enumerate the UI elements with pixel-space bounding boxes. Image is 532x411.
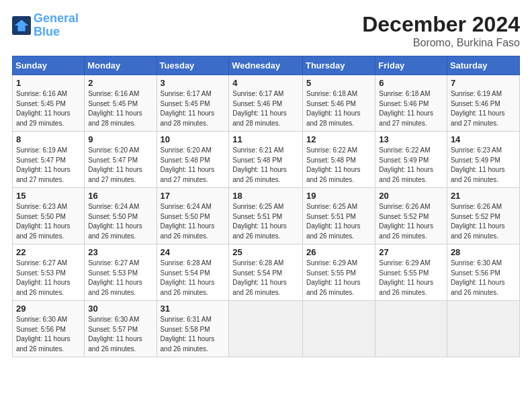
- table-row: 13Sunrise: 6:22 AM Sunset: 5:49 PM Dayli…: [375, 132, 447, 188]
- day-info: Sunrise: 6:19 AM Sunset: 5:47 PM Dayligh…: [16, 146, 81, 185]
- day-number: 2: [88, 78, 152, 88]
- day-info: Sunrise: 6:30 AM Sunset: 5:56 PM Dayligh…: [16, 315, 81, 354]
- day-number: 15: [16, 191, 81, 201]
- table-row: [302, 301, 375, 357]
- day-info: Sunrise: 6:26 AM Sunset: 5:52 PM Dayligh…: [379, 202, 443, 241]
- calendar-header-row: Sunday Monday Tuesday Wednesday Thursday…: [13, 56, 520, 75]
- week-row-3: 15Sunrise: 6:23 AM Sunset: 5:50 PM Dayli…: [13, 188, 520, 244]
- col-thursday: Thursday: [302, 56, 375, 75]
- day-info: Sunrise: 6:29 AM Sunset: 5:55 PM Dayligh…: [306, 259, 371, 298]
- day-info: Sunrise: 6:17 AM Sunset: 5:45 PM Dayligh…: [161, 89, 226, 128]
- day-info: Sunrise: 6:17 AM Sunset: 5:46 PM Dayligh…: [232, 89, 299, 128]
- day-info: Sunrise: 6:22 AM Sunset: 5:48 PM Dayligh…: [306, 146, 371, 185]
- table-row: [447, 301, 519, 357]
- table-row: 5Sunrise: 6:18 AM Sunset: 5:46 PM Daylig…: [302, 75, 375, 132]
- subtitle: Boromo, Burkina Faso: [362, 37, 520, 49]
- col-sunday: Sunday: [13, 56, 85, 75]
- day-number: 23: [88, 247, 152, 257]
- table-row: 30Sunrise: 6:30 AM Sunset: 5:57 PM Dayli…: [85, 301, 157, 357]
- day-info: Sunrise: 6:25 AM Sunset: 5:51 PM Dayligh…: [232, 202, 299, 241]
- table-row: 28Sunrise: 6:30 AM Sunset: 5:56 PM Dayli…: [447, 244, 519, 301]
- table-row: 17Sunrise: 6:24 AM Sunset: 5:50 PM Dayli…: [157, 188, 229, 244]
- table-row: 15Sunrise: 6:23 AM Sunset: 5:50 PM Dayli…: [13, 188, 85, 244]
- day-number: 19: [306, 191, 371, 201]
- day-number: 6: [379, 78, 443, 88]
- day-info: Sunrise: 6:16 AM Sunset: 5:45 PM Dayligh…: [88, 89, 152, 128]
- day-number: 3: [161, 78, 226, 88]
- day-number: 9: [88, 134, 152, 144]
- week-row-1: 1Sunrise: 6:16 AM Sunset: 5:45 PM Daylig…: [13, 75, 520, 132]
- table-row: 14Sunrise: 6:23 AM Sunset: 5:49 PM Dayli…: [447, 132, 519, 188]
- table-row: 10Sunrise: 6:20 AM Sunset: 5:48 PM Dayli…: [157, 132, 229, 188]
- table-row: 20Sunrise: 6:26 AM Sunset: 5:52 PM Dayli…: [375, 188, 447, 244]
- table-row: 27Sunrise: 6:29 AM Sunset: 5:55 PM Dayli…: [375, 244, 447, 301]
- day-number: 21: [451, 191, 516, 201]
- logo-text: General Blue: [34, 12, 79, 39]
- day-info: Sunrise: 6:23 AM Sunset: 5:50 PM Dayligh…: [16, 202, 81, 241]
- table-row: [229, 301, 303, 357]
- table-row: 12Sunrise: 6:22 AM Sunset: 5:48 PM Dayli…: [302, 132, 375, 188]
- day-number: 4: [232, 78, 299, 88]
- day-info: Sunrise: 6:19 AM Sunset: 5:46 PM Dayligh…: [451, 89, 516, 128]
- col-friday: Friday: [375, 56, 447, 75]
- day-number: 5: [306, 78, 371, 88]
- main-title: December 2024: [362, 12, 520, 37]
- table-row: 8Sunrise: 6:19 AM Sunset: 5:47 PM Daylig…: [13, 132, 85, 188]
- day-info: Sunrise: 6:30 AM Sunset: 5:57 PM Dayligh…: [88, 315, 152, 354]
- day-info: Sunrise: 6:23 AM Sunset: 5:49 PM Dayligh…: [451, 146, 516, 185]
- day-number: 27: [379, 247, 443, 257]
- day-number: 28: [451, 247, 516, 257]
- day-number: 22: [16, 247, 81, 257]
- day-info: Sunrise: 6:18 AM Sunset: 5:46 PM Dayligh…: [379, 89, 443, 128]
- day-info: Sunrise: 6:24 AM Sunset: 5:50 PM Dayligh…: [88, 202, 152, 241]
- day-info: Sunrise: 6:22 AM Sunset: 5:49 PM Dayligh…: [379, 146, 443, 185]
- table-row: 26Sunrise: 6:29 AM Sunset: 5:55 PM Dayli…: [302, 244, 375, 301]
- table-row: 19Sunrise: 6:25 AM Sunset: 5:51 PM Dayli…: [302, 188, 375, 244]
- day-number: 30: [88, 304, 152, 314]
- day-info: Sunrise: 6:20 AM Sunset: 5:47 PM Dayligh…: [88, 146, 152, 185]
- table-row: 2Sunrise: 6:16 AM Sunset: 5:45 PM Daylig…: [85, 75, 157, 132]
- logo: General Blue: [12, 12, 79, 39]
- day-info: Sunrise: 6:26 AM Sunset: 5:52 PM Dayligh…: [451, 202, 516, 241]
- table-row: 16Sunrise: 6:24 AM Sunset: 5:50 PM Dayli…: [85, 188, 157, 244]
- table-row: 11Sunrise: 6:21 AM Sunset: 5:48 PM Dayli…: [229, 132, 303, 188]
- day-info: Sunrise: 6:24 AM Sunset: 5:50 PM Dayligh…: [161, 202, 226, 241]
- day-number: 29: [16, 304, 81, 314]
- day-info: Sunrise: 6:27 AM Sunset: 5:53 PM Dayligh…: [16, 259, 81, 298]
- logo-icon: [12, 16, 31, 35]
- page-header: General Blue December 2024 Boromo, Burki…: [12, 12, 520, 49]
- day-number: 16: [88, 191, 152, 201]
- day-info: Sunrise: 6:30 AM Sunset: 5:56 PM Dayligh…: [451, 259, 516, 298]
- day-number: 12: [306, 134, 371, 144]
- day-info: Sunrise: 6:28 AM Sunset: 5:54 PM Dayligh…: [161, 259, 226, 298]
- week-row-5: 29Sunrise: 6:30 AM Sunset: 5:56 PM Dayli…: [13, 301, 520, 357]
- table-row: 21Sunrise: 6:26 AM Sunset: 5:52 PM Dayli…: [447, 188, 519, 244]
- week-row-2: 8Sunrise: 6:19 AM Sunset: 5:47 PM Daylig…: [13, 132, 520, 188]
- col-monday: Monday: [85, 56, 157, 75]
- col-tuesday: Tuesday: [157, 56, 229, 75]
- day-info: Sunrise: 6:16 AM Sunset: 5:45 PM Dayligh…: [16, 89, 81, 128]
- table-row: 29Sunrise: 6:30 AM Sunset: 5:56 PM Dayli…: [13, 301, 85, 357]
- col-saturday: Saturday: [447, 56, 519, 75]
- col-wednesday: Wednesday: [229, 56, 303, 75]
- day-info: Sunrise: 6:21 AM Sunset: 5:48 PM Dayligh…: [232, 146, 299, 185]
- day-number: 24: [161, 247, 226, 257]
- day-number: 26: [306, 247, 371, 257]
- table-row: 22Sunrise: 6:27 AM Sunset: 5:53 PM Dayli…: [13, 244, 85, 301]
- day-number: 7: [451, 78, 516, 88]
- table-row: 18Sunrise: 6:25 AM Sunset: 5:51 PM Dayli…: [229, 188, 303, 244]
- day-number: 1: [16, 78, 81, 88]
- calendar-table: Sunday Monday Tuesday Wednesday Thursday…: [12, 56, 520, 357]
- table-row: 4Sunrise: 6:17 AM Sunset: 5:46 PM Daylig…: [229, 75, 303, 132]
- table-row: [375, 301, 447, 357]
- day-info: Sunrise: 6:27 AM Sunset: 5:53 PM Dayligh…: [88, 259, 152, 298]
- day-number: 14: [451, 134, 516, 144]
- day-info: Sunrise: 6:25 AM Sunset: 5:51 PM Dayligh…: [306, 202, 371, 241]
- day-number: 20: [379, 191, 443, 201]
- day-number: 10: [161, 134, 226, 144]
- day-number: 11: [232, 134, 299, 144]
- day-number: 17: [161, 191, 226, 201]
- table-row: 31Sunrise: 6:31 AM Sunset: 5:58 PM Dayli…: [157, 301, 229, 357]
- day-info: Sunrise: 6:31 AM Sunset: 5:58 PM Dayligh…: [161, 315, 226, 354]
- table-row: 6Sunrise: 6:18 AM Sunset: 5:46 PM Daylig…: [375, 75, 447, 132]
